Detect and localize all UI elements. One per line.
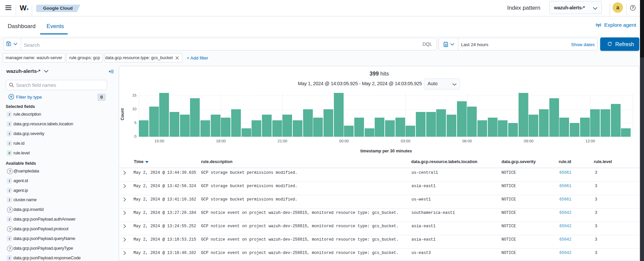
svg-text:?: ? xyxy=(9,169,11,173)
svg-text:?: ? xyxy=(9,208,11,212)
svg-text:?: ? xyxy=(9,246,11,250)
svg-text:?: ? xyxy=(632,6,634,10)
svg-text:?: ? xyxy=(9,227,11,231)
